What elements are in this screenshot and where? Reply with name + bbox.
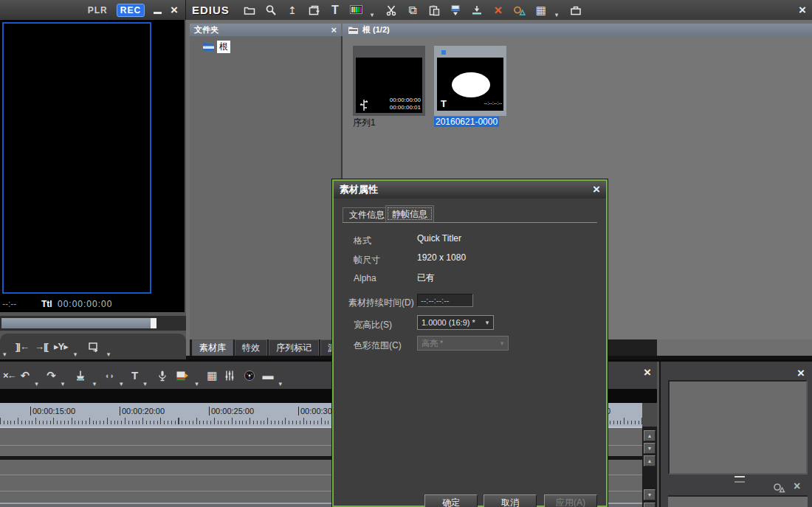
apply-button: 应用(A) — [544, 494, 597, 507]
set-in-point-icon[interactable]: ]|← — [16, 341, 29, 352]
tab-rec[interactable]: REC — [117, 4, 145, 17]
set-out-point-icon[interactable]: →|[ — [35, 341, 48, 352]
panel-tool-icon[interactable]: ▬ — [262, 369, 273, 382]
palette-shapes-icon[interactable] — [771, 480, 786, 494]
dialog-titlebar[interactable]: 素材属性 × — [334, 181, 606, 199]
tab-still-info[interactable]: 静帧信息 — [385, 205, 434, 222]
trim-caret-icon[interactable]: ▾ — [120, 380, 126, 389]
clip2-name[interactable]: 20160621-0000 — [434, 117, 499, 127]
splitter-grip[interactable] — [734, 476, 745, 483]
folder-panel-title: 文件夹 — [194, 24, 219, 35]
up-level-icon[interactable]: ↥ — [285, 3, 300, 18]
player-status-bar: --:-- Ttl 00:00:00:00 — [0, 297, 185, 311]
audio-mixer-icon[interactable] — [222, 368, 237, 383]
edius-application: PLR REC × --:-- Ttl 00:00:00:00 ▾ ]|← →|… — [0, 0, 812, 507]
clip-card-sequence[interactable]: 00:00:00:00 00:00:00:01 — [353, 46, 425, 116]
clip-card-title[interactable]: T --:--:--:-- — [434, 46, 506, 116]
tab-plr[interactable]: PLR — [88, 5, 108, 15]
title-create-icon[interactable]: T — [131, 369, 138, 382]
grid-table-icon[interactable]: ▦ — [207, 369, 217, 382]
view-layout-icon[interactable]: ▦ — [534, 3, 548, 18]
scroll-down-icon[interactable]: ▼ — [644, 443, 656, 454]
ttl-timecode: 00:00:00:00 — [58, 299, 112, 309]
open-project-icon[interactable] — [242, 3, 257, 18]
title-ellipse-graphic — [452, 72, 490, 97]
panel-caret-icon[interactable]: ▾ — [278, 380, 285, 389]
scroll-up-icon[interactable]: ▲ — [644, 430, 656, 441]
dialog-title: 素材属性 — [340, 183, 378, 196]
edius-logo: EDIUS — [192, 4, 230, 16]
undo-caret-icon[interactable]: ▾ — [35, 380, 41, 389]
tab-sequence-markers[interactable]: 序列标记 — [269, 339, 319, 356]
ruler-tick: 00:00:15:00 — [30, 407, 75, 415]
view-layout-caret-icon[interactable]: ▾ — [555, 11, 562, 20]
app-close-icon[interactable]: × — [799, 3, 806, 18]
export-caret-icon[interactable]: ▾ — [107, 351, 114, 359]
razor-icon[interactable] — [73, 368, 88, 383]
field-label-framesize: 帧尺寸 — [354, 254, 380, 266]
voiceover-mic-icon[interactable] — [155, 368, 170, 383]
delete-icon[interactable]: × — [491, 3, 506, 18]
cancel-button[interactable]: 取消 — [484, 494, 537, 507]
player-shuttle-bar — [0, 316, 186, 331]
tree-item-label[interactable]: 根 — [217, 41, 230, 53]
palette-close-icon[interactable]: × — [797, 366, 805, 381]
vectorscope-icon[interactable] — [242, 368, 257, 383]
folder-icon — [202, 42, 215, 52]
toolbox-icon[interactable] — [568, 3, 583, 18]
folder-panel-header: 文件夹 × — [190, 24, 341, 36]
delete-inout-icon[interactable]: ×← — [3, 370, 16, 381]
title-tool-icon[interactable]: T — [328, 3, 343, 18]
duration-input[interactable] — [417, 294, 473, 307]
title-caret-icon[interactable]: ▾ — [143, 380, 150, 389]
dialog-close-icon[interactable]: × — [593, 182, 600, 197]
folder-panel-close-icon[interactable]: × — [331, 24, 337, 35]
chevron-down-icon: ▾ — [481, 319, 493, 326]
redo-icon[interactable]: ↷ — [47, 369, 56, 382]
scroll-up-icon[interactable]: ▲ — [644, 455, 656, 466]
preview-safe-area — [2, 22, 151, 294]
scroll-down-icon[interactable]: ▼ — [644, 503, 656, 507]
cut-icon[interactable] — [384, 3, 399, 18]
aspect-dropdown[interactable]: 1.0000 (16:9) * ▾ — [417, 315, 494, 330]
trim-mode-icon[interactable]: ◖◗ — [105, 371, 114, 380]
export-frame-icon[interactable] — [86, 339, 101, 354]
play-around-cursor-icon[interactable]: ▸Y▸ — [54, 341, 68, 352]
colorbars-icon[interactable] — [349, 3, 364, 18]
undo-icon[interactable]: ↶ — [21, 369, 30, 382]
clip-view-header: 根 (1/2) — [343, 24, 812, 36]
import-icon[interactable] — [306, 3, 321, 18]
copy-icon[interactable]: ⧉ — [405, 3, 420, 18]
play-around-caret-icon[interactable]: ▾ — [74, 351, 80, 359]
field-value-alpha: 已有 — [417, 272, 435, 284]
colorbars-caret-icon[interactable]: ▾ — [371, 11, 377, 20]
tree-item-root[interactable]: 根 — [202, 41, 230, 53]
capture-icon[interactable] — [448, 3, 463, 18]
razor-caret-icon[interactable]: ▾ — [93, 380, 100, 389]
scroll-down-icon[interactable]: ▼ — [644, 489, 656, 500]
tab-bin[interactable]: 素材库 — [192, 339, 233, 356]
paste-icon[interactable] — [427, 3, 441, 18]
clip2-thumbnail: T --:--:--:-- — [437, 58, 503, 111]
player-titlebar: PLR REC × — [0, 0, 186, 20]
shuttle-track[interactable] — [1, 318, 151, 328]
export-caret-icon[interactable]: ▾ — [195, 380, 202, 389]
search-icon[interactable] — [264, 3, 278, 18]
transport-more-icon[interactable]: ▾ — [3, 351, 10, 359]
shuttle-handle[interactable] — [151, 318, 156, 328]
clip1-name[interactable]: 序列1 — [353, 117, 376, 129]
chevron-down-icon: ▾ — [496, 339, 508, 347]
ok-button[interactable]: 确定 — [424, 494, 478, 507]
sequence-icon — [358, 98, 370, 111]
render-export-icon[interactable] — [175, 368, 190, 383]
palette-section-close-icon[interactable]: × — [794, 480, 800, 493]
player-close-icon[interactable]: × — [171, 3, 178, 18]
overwrite-icon[interactable] — [469, 3, 484, 18]
palette-content — [668, 380, 808, 475]
sync-rec-icon[interactable] — [512, 3, 527, 18]
tab-file-info[interactable]: 文件信息 — [343, 207, 391, 222]
redo-caret-icon[interactable]: ▾ — [61, 380, 68, 389]
tab-effects[interactable]: 特效 — [235, 339, 267, 356]
timeline-close-icon[interactable]: × — [644, 365, 651, 380]
minimize-icon[interactable] — [154, 12, 162, 14]
